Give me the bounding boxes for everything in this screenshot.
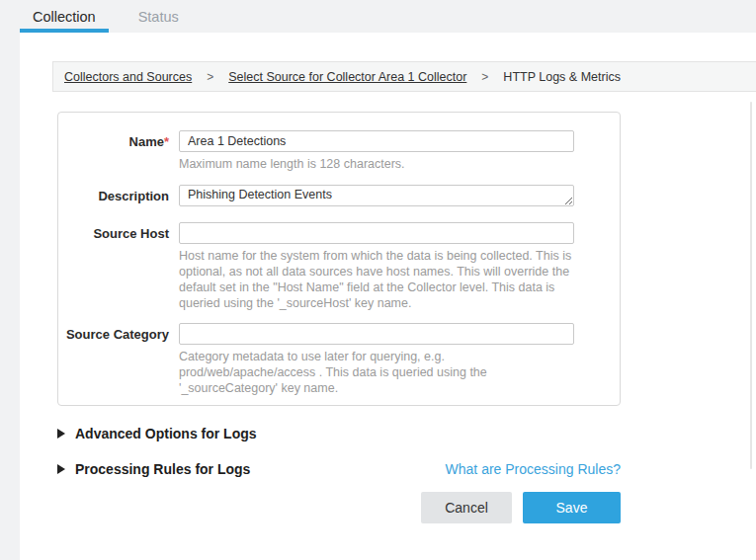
breadcrumb-collectors-and-sources[interactable]: Collectors and Sources [64, 70, 192, 84]
processing-rules-toggle[interactable]: Processing Rules for Logs [57, 461, 250, 477]
breadcrumb-separator-icon: > [481, 70, 488, 84]
advanced-options-label: Advanced Options for Logs [75, 426, 257, 441]
save-button[interactable]: Save [523, 492, 621, 523]
tab-status-label: Status [138, 9, 179, 25]
tab-status[interactable]: Status [126, 0, 192, 33]
main-content: Collectors and Sources > Select Source f… [20, 33, 756, 560]
breadcrumb: Collectors and Sources > Select Source f… [52, 61, 756, 92]
source-host-label: Source Host [58, 222, 169, 312]
required-asterisk: * [164, 134, 169, 149]
collapsed-triangle-icon [57, 464, 65, 474]
name-field-row: Name* Maximum name length is 128 charact… [58, 130, 620, 173]
breadcrumb-separator-icon: > [207, 70, 213, 84]
left-gutter [0, 33, 20, 560]
tab-bar: Collection Status [0, 0, 756, 33]
processing-rules-help-link[interactable]: What are Processing Rules? [446, 461, 621, 477]
tab-collection[interactable]: Collection [20, 0, 109, 33]
name-helper-text: Maximum name length is 128 characters. [179, 157, 574, 173]
tab-collection-label: Collection [33, 9, 96, 25]
source-category-label: Source Category [58, 323, 169, 397]
form-actions: Cancel Save [57, 492, 621, 523]
processing-rules-label: Processing Rules for Logs [75, 461, 250, 477]
source-host-input[interactable] [179, 222, 574, 244]
processing-rules-row: Processing Rules for Logs What are Proce… [57, 461, 621, 477]
source-category-field-row: Source Category Category metadata to use… [58, 323, 620, 397]
name-label: Name* [58, 130, 169, 173]
description-label: Description [58, 185, 169, 210]
source-category-helper-text: Category metadata to use later for query… [179, 350, 574, 397]
source-category-input[interactable] [179, 323, 574, 345]
advanced-options-row: Advanced Options for Logs [57, 426, 621, 441]
cancel-button[interactable]: Cancel [421, 492, 512, 523]
name-input[interactable] [179, 130, 574, 152]
advanced-options-toggle[interactable]: Advanced Options for Logs [57, 426, 257, 441]
source-config-form: Name* Maximum name length is 128 charact… [57, 112, 621, 406]
description-textarea[interactable]: Phishing Detection Events [179, 185, 574, 206]
collapsed-triangle-icon [57, 429, 65, 439]
breadcrumb-current-page: HTTP Logs & Metrics [503, 70, 621, 84]
source-host-helper-text: Host name for the system from which the … [179, 249, 574, 312]
description-field-row: Description Phishing Detection Events [58, 185, 620, 210]
breadcrumb-select-source[interactable]: Select Source for Collector Area 1 Colle… [228, 70, 466, 84]
vertical-scrollbar[interactable] [750, 102, 752, 469]
source-host-field-row: Source Host Host name for the system fro… [58, 222, 620, 312]
